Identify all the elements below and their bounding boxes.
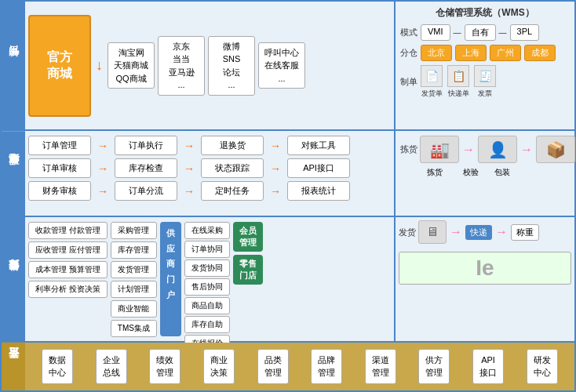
label-caiwu: 财务供应链 bbox=[2, 217, 25, 341]
fapiao-label: 发票 bbox=[478, 89, 492, 99]
order-reconcile: 对账工具 bbox=[287, 136, 350, 155]
finance-lilv: 利率分析 投资决策 bbox=[28, 281, 108, 298]
online-services: 在线采购 订单协同 发货协同 售后协同 商品自助 库存自助 在线报价 用户互动 bbox=[184, 222, 230, 336]
ops-rd: 研发中心 bbox=[527, 349, 558, 384]
fapiao-icon: 🧾 bbox=[474, 65, 496, 87]
wms-mode-label: 模式 bbox=[400, 27, 417, 38]
picking-items: 🏭 → 👤 → 📦 bbox=[420, 136, 575, 163]
scheduled-task: 定时任务 bbox=[201, 181, 264, 201]
picking-label: 拣货 bbox=[400, 143, 417, 155]
label-yunying: 运营平台 bbox=[2, 343, 25, 390]
chengzhong-btn: 称重 bbox=[511, 224, 539, 241]
order-mgmt: 订单管理 bbox=[28, 136, 91, 155]
report-stats: 报表统计 bbox=[287, 181, 350, 201]
fahuo-label: 发货单 bbox=[421, 89, 443, 99]
ops-content: 数据中心 企业总线 绩效管理 商业决策 品类管理 品牌管理 渠道管理 供方管理 … bbox=[25, 343, 574, 390]
ops-business: 商业决策 bbox=[203, 349, 235, 384]
wms-manufacture-row: 制单 📄 发货单 📋 快递单 🧾 发票 bbox=[400, 65, 570, 99]
ops-brand: 品牌管理 bbox=[311, 349, 342, 384]
proc-shangye: 商业智能 bbox=[111, 300, 157, 318]
finance-yingshou: 应收管理 应付管理 bbox=[28, 241, 108, 259]
official-store: 官方商城 bbox=[28, 15, 91, 117]
finance-section: 财务供应链 收款管理 付款管理 应收管理 应付管理 成本管理 预算管理 利率分析… bbox=[2, 217, 574, 343]
finance-chengben: 成本管理 预算管理 bbox=[28, 261, 108, 278]
picking-img: 🏭 bbox=[420, 136, 459, 163]
shipping-row: 发货 🖥 → 快递 → 称重 bbox=[399, 220, 571, 244]
online-caigou: 在线采购 bbox=[184, 222, 230, 239]
wms-shanghai: 上海 bbox=[455, 45, 487, 61]
member-store: 会员管理 零售门店 bbox=[233, 222, 263, 336]
arrow-4: → bbox=[97, 162, 108, 175]
procurement-boxes: 采购管理 库存管理 发货管理 计划管理 商业智能 TMS集成 bbox=[111, 222, 157, 336]
doc-fahuo: 📄 发货单 bbox=[421, 65, 443, 99]
doc-fapiao: 🧾 发票 bbox=[474, 65, 496, 99]
channel-jd: 京东当当亚马逊... bbox=[158, 36, 205, 96]
arrow-8: → bbox=[184, 185, 195, 198]
wms-warehouse-label: 分仓 bbox=[400, 47, 417, 59]
online-shangpin: 商品自助 bbox=[184, 297, 230, 314]
label-yingxiao: 营销 bbox=[2, 2, 25, 129]
proc-fahuo: 发货管理 bbox=[111, 261, 157, 278]
finance-audit: 财务审核 bbox=[28, 181, 91, 201]
marketing-section: 营销 官方商城 ↓ 淘宝网天猫商城QQ商城 京东当当亚马逊... 微博SNS论坛… bbox=[2, 2, 574, 131]
stock-check: 库存检查 bbox=[115, 158, 177, 178]
order-exec: 订单执行 bbox=[115, 136, 177, 155]
proc-jihua: 计划管理 bbox=[111, 281, 157, 298]
status-track: 状态跟踪 bbox=[201, 158, 264, 178]
ops-enterprise-bus: 企业总线 bbox=[96, 349, 127, 384]
kuaidi-btn: 快递 bbox=[465, 225, 492, 240]
ie-placeholder: Ie bbox=[399, 252, 571, 285]
proc-caigou: 采购管理 bbox=[111, 222, 157, 239]
arrow-1: → bbox=[97, 140, 108, 152]
arrow-6: → bbox=[270, 162, 281, 175]
wms-chengdu: 成都 bbox=[524, 45, 556, 61]
checking-img: 👤 bbox=[478, 136, 517, 163]
supplier-portal: 供 应 商 门 户 bbox=[160, 222, 181, 336]
ops-channel: 渠道管理 bbox=[365, 349, 396, 384]
pink-arrow-1: → bbox=[462, 143, 475, 157]
main-container: 营销 官方商城 ↓ 淘宝网天猫商城QQ商城 京东当当亚马逊... 微博SNS论坛… bbox=[0, 0, 576, 392]
order-section: 订单处理中心 订单管理 → 订单执行 → 退换货 → 对账工具 订单审核 → 库… bbox=[2, 131, 574, 217]
arrow-9: → bbox=[270, 185, 281, 198]
fahuo-icon: 📄 bbox=[421, 65, 443, 87]
jianhuo-label: 拣货 bbox=[427, 167, 443, 178]
ops-api: API接口 bbox=[472, 349, 504, 384]
online-fahuo: 发货协同 bbox=[184, 260, 230, 277]
order-split: 订单分流 bbox=[115, 181, 177, 201]
wms-vmi: VMI bbox=[421, 24, 450, 41]
api-interface: API接口 bbox=[287, 158, 350, 178]
order-row-3: 财务审核 → 订单分流 → 定时任务 → 报表统计 bbox=[28, 181, 391, 201]
wms-top: 仓储管理系统（WMS） 模式 VMI — 自有 — 3PL 分仓 北京 上海 广… bbox=[394, 2, 574, 129]
ops-data-center: 数据中心 bbox=[42, 349, 73, 384]
order-row-1: 订单管理 → 订单执行 → 退换货 → 对账工具 bbox=[28, 136, 391, 155]
wms-warehouse-row: 分仓 北京 上海 广州 成都 bbox=[400, 45, 570, 61]
wms-guangzhou: 广州 bbox=[490, 45, 521, 61]
marketing-content: 官方商城 ↓ 淘宝网天猫商城QQ商城 京东当当亚马逊... 微博SNS论坛...… bbox=[25, 2, 394, 129]
shipping-label: 发货 bbox=[399, 227, 416, 238]
shouyin-img: 🖥 bbox=[418, 220, 447, 244]
ops-performance: 绩效管理 bbox=[149, 349, 180, 384]
kuaidi-label: 快递单 bbox=[448, 89, 469, 99]
doc-row: 📄 发货单 📋 快递单 🧾 发票 bbox=[421, 65, 496, 99]
supplier-title3: 商 bbox=[166, 257, 175, 271]
picking-row: 拣货 🏭 → 👤 → 📦 bbox=[400, 136, 570, 163]
wms-mode-row: 模式 VMI — 自有 — 3PL bbox=[400, 24, 570, 41]
finance-left-boxes: 收款管理 付款管理 应收管理 应付管理 成本管理 预算管理 利率分析 投资决策 bbox=[28, 222, 108, 336]
shipping-items: 🖥 → 快递 → 称重 bbox=[418, 220, 539, 244]
member-mgmt: 会员管理 bbox=[233, 222, 263, 252]
finance-content: 收款管理 付款管理 应收管理 应付管理 成本管理 预算管理 利率分析 投资决策 … bbox=[25, 217, 394, 341]
proc-tms: TMS集成 bbox=[111, 320, 157, 337]
label-dingdan: 订单处理中心 bbox=[2, 131, 25, 216]
order-audit: 订单审核 bbox=[28, 158, 91, 178]
picking-labels-row: 拣货 校验 包装 bbox=[400, 167, 570, 178]
finance-shoukuan: 收款管理 付款管理 bbox=[28, 222, 108, 239]
wms-warehouse-items: 北京 上海 广州 成都 bbox=[421, 45, 556, 61]
supplier-title2: 应 bbox=[166, 242, 175, 256]
arrow-down-1: ↓ bbox=[96, 57, 103, 74]
retail-store: 零售门店 bbox=[233, 255, 263, 285]
packing-img: 📦 bbox=[536, 136, 575, 163]
wms-picking: 拣货 🏭 → 👤 → 📦 拣货 校验 bbox=[394, 131, 574, 216]
channel-callcenter: 呼叫中心在线客服... bbox=[258, 42, 305, 89]
wms-shipping: 发货 🖥 → 快递 → 称重 Ie bbox=[394, 217, 574, 341]
wms-ziyou: 自有 bbox=[465, 24, 496, 41]
